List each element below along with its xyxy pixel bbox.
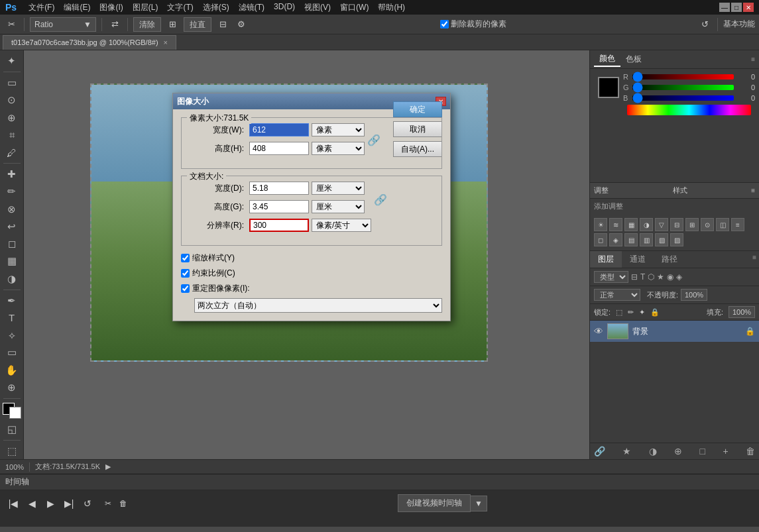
type-filter[interactable]: 类型 — [594, 271, 628, 283]
g-slider[interactable] — [632, 85, 734, 90]
grid2-icon[interactable]: ⊟ — [215, 17, 230, 32]
lasso-tool[interactable]: ⊙ — [3, 92, 21, 108]
posterize-icon[interactable]: ▤ — [624, 233, 638, 246]
quick-mask-toggle[interactable]: ◱ — [3, 421, 21, 437]
lock-move-icon[interactable]: ✦ — [639, 308, 645, 317]
hsl-icon[interactable]: ⊟ — [670, 218, 683, 231]
history-tool[interactable]: ↩ — [3, 219, 21, 235]
height-input[interactable] — [249, 142, 309, 155]
layers-tab[interactable]: 图层 — [590, 251, 622, 268]
status-arrow[interactable]: ▶ — [105, 462, 111, 471]
timeline-next-btn[interactable]: ▶| — [62, 497, 76, 510]
menu-window[interactable]: 窗口(W) — [336, 1, 373, 15]
group-layers-icon[interactable]: □ — [700, 446, 705, 456]
document-tab[interactable]: t013e7a070c6cae73bb.jpg @ 100%(RGB/8#) × — [3, 35, 176, 50]
threshold-icon[interactable]: ▥ — [640, 233, 653, 246]
close-button[interactable]: ✕ — [743, 3, 754, 12]
eyedropper-tool[interactable]: 🖊 — [3, 144, 21, 160]
ratio-dropdown[interactable]: Ratio ▼ — [30, 17, 96, 32]
lock-pixels-icon[interactable]: ✏ — [628, 308, 634, 317]
fill-input[interactable] — [729, 306, 755, 318]
adjustments-tab[interactable]: 调整 — [594, 186, 609, 195]
link-layers-icon[interactable]: 🔗 — [594, 446, 605, 456]
timeline-play-btn[interactable]: ▶ — [44, 497, 57, 510]
settings-icon[interactable]: ⚙ — [234, 17, 249, 32]
vibrance-icon[interactable]: ▽ — [655, 218, 668, 231]
layer-style-icon[interactable]: ★ — [622, 446, 631, 456]
stamp-tool[interactable]: ⊗ — [3, 201, 21, 217]
adjustment-layer-icon[interactable]: ⊕ — [674, 446, 682, 456]
hand-tool[interactable]: ✋ — [3, 362, 21, 378]
layers-menu-icon[interactable]: ≡ — [750, 251, 759, 268]
dodge-tool[interactable]: ◑ — [3, 271, 21, 287]
doc-width-input[interactable] — [249, 182, 309, 195]
create-video-arrow-button[interactable]: ▼ — [471, 496, 487, 511]
grid-icon[interactable]: ⊞ — [165, 17, 180, 32]
maximize-button[interactable]: □ — [731, 3, 742, 12]
brush-tool[interactable]: ✏ — [3, 184, 21, 199]
blend-mode-select[interactable]: 正常 — [594, 289, 640, 301]
shape-tool[interactable]: ▭ — [3, 345, 21, 360]
bw-icon[interactable]: ⊙ — [701, 218, 714, 231]
lock-transparent-icon[interactable]: ⬚ — [616, 308, 622, 317]
invert-icon[interactable]: ◈ — [609, 233, 622, 246]
timeline-snip-icon[interactable]: ✂ — [105, 499, 111, 508]
menu-layer[interactable]: 图层(L) — [129, 1, 162, 15]
pen-tool[interactable]: ✒ — [3, 293, 21, 309]
resample-method-select[interactable]: 两次立方（自动） — [194, 298, 442, 313]
ok-button[interactable]: 确定 — [393, 101, 442, 117]
new-layer-icon[interactable]: + — [723, 446, 728, 456]
timeline-prev-btn[interactable]: ◀ — [25, 497, 38, 510]
minimize-button[interactable]: — — [719, 3, 730, 12]
color-swatch[interactable] — [598, 77, 619, 98]
move-tool[interactable]: ✦ — [3, 53, 21, 69]
b-slider[interactable] — [632, 95, 734, 101]
swap-icon[interactable]: ⇄ — [107, 17, 122, 32]
layer-mask-icon[interactable]: ◑ — [649, 446, 657, 456]
smart-filter-icon[interactable]: ◈ — [676, 272, 682, 282]
healing-tool[interactable]: ✚ — [3, 166, 21, 182]
brightness-icon[interactable]: ☀ — [594, 218, 607, 231]
adjust-menu-icon[interactable]: ≡ — [751, 187, 755, 194]
zoom-tool[interactable]: ⊕ — [3, 380, 21, 396]
delete-layer-icon[interactable]: 🗑 — [746, 446, 755, 456]
photo-icon[interactable]: ◫ — [716, 218, 729, 231]
resolution-input[interactable] — [249, 219, 309, 232]
lock-all-icon[interactable]: 🔒 — [650, 308, 660, 317]
swatches-tab[interactable]: 色板 — [620, 52, 647, 66]
curves-icon[interactable]: ≋ — [609, 218, 622, 231]
gradient-tool[interactable]: ▦ — [3, 253, 21, 269]
filter-icon[interactable]: ⊟ — [631, 272, 638, 282]
eraser-tool[interactable]: ◻ — [3, 236, 21, 252]
width-input[interactable] — [249, 123, 309, 136]
exposure-icon[interactable]: ◑ — [640, 218, 653, 231]
type-tool[interactable]: T — [3, 310, 21, 326]
gradientmap-icon[interactable]: ▧ — [655, 233, 668, 246]
r-slider[interactable] — [632, 74, 734, 80]
width-unit-select[interactable]: 像素 — [312, 123, 365, 136]
quick-select-tool[interactable]: ⊕ — [3, 110, 21, 126]
styles-tab[interactable]: 样式 — [673, 186, 687, 195]
menu-help[interactable]: 帮助(H) — [374, 1, 409, 15]
doc-width-unit-select[interactable]: 厘米 — [312, 182, 365, 195]
image-size-dialog[interactable]: 图像大小 ✕ 确定 取消 自动(A)... 像素大小:731.5K 宽度(W): — [172, 93, 451, 321]
T-filter-icon[interactable]: T — [640, 272, 645, 282]
paths-tab[interactable]: 路径 — [654, 251, 685, 268]
constrain-ratio-checkbox[interactable] — [181, 269, 190, 278]
straighten-button[interactable]: 拉直 — [184, 17, 211, 32]
colorbalance-icon[interactable]: ⊞ — [685, 218, 699, 231]
path-tool[interactable]: ⟡ — [3, 327, 21, 343]
channelmix-icon[interactable]: ≡ — [731, 218, 744, 231]
effect-filter-icon[interactable]: ★ — [657, 272, 664, 282]
menu-filter[interactable]: 滤镜(T) — [235, 1, 268, 15]
menu-view[interactable]: 视图(V) — [300, 1, 335, 15]
resolution-unit-select[interactable]: 像素/英寸 — [312, 219, 371, 232]
delete-crop-label[interactable]: 删除裁剪的像素 — [440, 19, 506, 30]
crop-tool-icon[interactable]: ✂ — [4, 17, 19, 32]
colorlook-icon[interactable]: ◻ — [594, 233, 607, 246]
layer-visibility-icon[interactable]: 👁 — [594, 326, 603, 337]
resample-checkbox[interactable] — [181, 284, 190, 293]
selectivecolor-icon[interactable]: ▨ — [670, 233, 683, 246]
scale-styles-checkbox[interactable] — [181, 254, 190, 262]
timeline-first-btn[interactable]: |◀ — [7, 497, 20, 510]
